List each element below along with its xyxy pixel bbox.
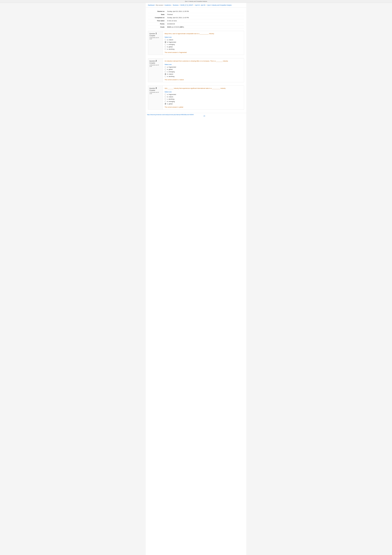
question-sidebar-1: Question 1 Complete 1.00 points out of 1… [148,31,163,55]
breadcrumb-business[interactable]: Business [173,4,178,6]
question-block-1: Question 1 Complete 1.00 points out of 1… [148,31,244,55]
option-1-d: d. global [164,46,242,48]
option-text-2-b: b. global [167,69,172,70]
quiz-info-table: Started on Sunday, April 28, 2019, 11:35… [148,10,244,29]
option-1-b: b. fragmented [164,41,242,43]
radio-3-e[interactable] [164,103,166,105]
radio-3-a[interactable] [164,94,166,95]
option-3-d: d. emerging [164,101,242,102]
question-text-3: A(n) _______ industry that experiences s… [164,87,242,89]
questions-container: Question 1 Complete 1.00 points out of 1… [148,31,244,110]
started-on-value: Sunday, April 28, 2019, 11:35 PM [166,10,244,13]
time-taken-label: Time taken [148,19,166,22]
state-value: Finished [166,13,244,16]
grade-label: Grade [148,25,166,29]
grade-value: 30.00 out of 30.00 (100%) [166,25,244,29]
points-value: 20.00/20.00 [166,22,244,25]
question-points-3: 1.00 points out of 1.00 [150,92,161,94]
select-one-label-1: Select one: [164,36,242,38]
radio-1-a[interactable] [164,39,166,40]
completed-on-value: Sunday, April 28, 2019, 11:42 PM [166,16,244,19]
options-list-2: a. fragmentedb. globalc. emergingd. matu… [164,66,242,77]
breadcrumb-academics[interactable]: Academics [164,4,171,6]
option-text-3-d: d. emerging [167,101,175,102]
option-text-2-c: c. emerging [167,71,175,73]
breadcrumb-quiz[interactable]: Quiz 4: Industry and Competitor Analysis [207,4,232,6]
breadcrumb: Dashboard / My courses / Academics / Bus… [146,3,246,7]
breadcrumb-course[interactable]: BA260_IP_B_NIGHT [181,4,193,6]
select-one-label-2: Select one: [164,64,242,65]
option-text-3-b: b. mature [167,96,173,98]
select-one-label-3: Select one: [164,91,242,93]
option-text-2-d: d. mature [167,73,173,75]
option-text-1-b: b. fragmented [167,41,176,43]
option-3-b: b. mature [164,96,242,98]
question-number-3: 3 [156,87,157,89]
option-text-3-c: c. declining [167,98,174,100]
option-1-c: c. emerging [164,44,242,45]
question-number-1: 1 [156,32,157,35]
correct-answer-1: The correct answer is: fragmented [164,51,242,53]
quiz-info-completed-row: Completed on Sunday, April 28, 2019, 11:… [148,16,244,19]
question-status-1: Complete [150,35,161,37]
question-block-2: Question 2 Complete 1.00 points out of 1… [148,58,244,82]
radio-1-d[interactable] [164,46,166,48]
radio-2-c[interactable] [164,71,166,73]
state-label: State [148,13,166,16]
question-body-3: A(n) _______ industry that experiences s… [163,86,244,110]
question-text-2: An industry's demand from customers is s… [164,60,242,62]
option-text-3-e: e. global [167,103,172,105]
option-2-d: d. mature [164,73,242,75]
option-1-e: e. declining [164,48,242,50]
points-label: Points [148,22,166,25]
quiz-info-started-row: Started on Sunday, April 28, 2019, 11:35… [148,10,244,13]
option-3-a: a. fragmented [164,94,242,95]
correct-answer-3: The correct answer is: global [164,106,242,108]
question-sidebar-3: Question 3 Complete 1.00 points out of 1… [148,86,163,110]
question-label-1: Question 1 [150,32,161,35]
question-body-2: An industry's demand from customers is s… [163,58,244,82]
breadcrumb-week[interactable]: April 24 - April 30 [195,4,205,6]
radio-3-b[interactable] [164,96,166,97]
option-text-3-a: a. fragmented [167,94,176,95]
option-2-a: a. fragmented [164,66,242,68]
options-list-1: a. matureb. fragmentedc. emergingd. glob… [164,39,242,50]
radio-3-d[interactable] [164,101,166,102]
question-sidebar-2: Question 2 Complete 1.00 points out of 1… [148,58,163,82]
question-points-2: 1.00 points out of 1.00 [150,64,161,67]
page-title-bar: Quiz 4: Industry and Competitor Analysis [185,1,207,2]
option-2-b: b. global [164,69,242,70]
option-2-e: e. declining [164,76,242,77]
radio-1-b[interactable] [164,41,166,43]
footer-url: https://elearning.linnbenton.edu/mod/qui… [147,114,193,115]
question-number-2: 2 [156,60,157,62]
quiz-info-points-row: Points 20.00/20.00 [148,22,244,25]
option-text-1-a: a. mature [167,39,173,41]
radio-2-b[interactable] [164,69,166,70]
correct-answer-2: The correct answer is: mature [164,79,242,80]
question-text-1: Many firms, each of approximate comparab… [164,33,242,35]
breadcrumb-dashboard[interactable]: Dashboard [148,4,155,6]
radio-2-e[interactable] [164,76,166,77]
radio-3-c[interactable] [164,98,166,100]
option-text-1-e: e. declining [167,48,174,50]
question-label-2: Question 2 [150,60,161,62]
option-text-1-d: d. global [167,46,172,48]
radio-2-d[interactable] [164,73,166,75]
option-text-2-e: e. declining [167,76,174,77]
option-3-c: c. declining [164,98,242,100]
radio-1-c[interactable] [164,44,166,45]
option-2-c: c. emerging [164,71,242,73]
quiz-info-state-row: State Finished [148,13,244,16]
radio-2-a[interactable] [164,66,166,68]
quiz-info-timetaken-row: Time taken 6 mins 22 secs [148,19,244,22]
quiz-info-grade-row: Grade 30.00 out of 30.00 (100%) [148,25,244,29]
question-body-1: Many firms, each of approximate comparab… [163,31,244,55]
options-list-3: a. fragmentedb. maturec. decliningd. eme… [164,94,242,105]
footer-bar: https://elearning.linnbenton.edu/mod/qui… [146,113,246,117]
option-1-a: a. mature [164,39,242,41]
option-text-2-a: a. fragmented [167,66,176,68]
option-3-e: e. global [164,103,242,105]
question-points-1: 1.00 points out of 1.00 [150,37,161,40]
radio-1-e[interactable] [164,48,166,50]
